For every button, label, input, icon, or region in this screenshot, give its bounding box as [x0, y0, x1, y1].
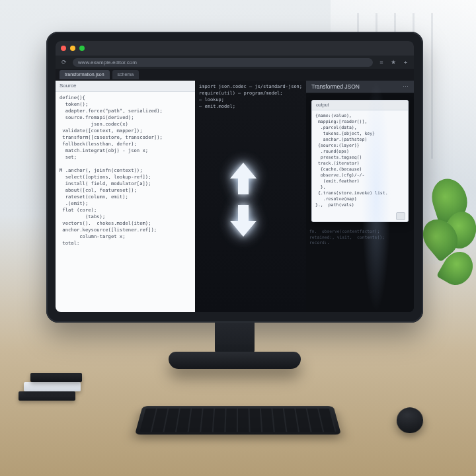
menu-icon[interactable]: ≡ [378, 59, 385, 65]
plant-decoration [416, 172, 476, 304]
star-icon[interactable]: ★ [390, 59, 397, 65]
reload-icon[interactable]: ⟳ [61, 59, 67, 65]
keyboard-decoration [135, 406, 341, 434]
window-titlebar [56, 41, 414, 56]
panel-options-icon[interactable]: ⋯ [403, 81, 409, 93]
source-code-editor[interactable]: define(){ token(); adapter.force("path",… [56, 92, 195, 312]
transformed-json-output[interactable]: {name:(value), mapping:[reader()], .parc… [312, 110, 408, 211]
books-decoration [19, 361, 91, 401]
transformed-json-panel: output {name:(value), mapping:[reader()]… [311, 100, 409, 222]
maximize-traffic-light[interactable] [79, 46, 85, 51]
source-code-pane: Source define(){ token(); adapter.force(… [56, 81, 195, 312]
output-subheader: output [312, 100, 408, 110]
minimize-traffic-light[interactable] [70, 46, 75, 51]
transformed-json-header: Transformed JSON ⋯ [306, 81, 414, 93]
transformed-json-title: Transformed JSON [311, 81, 360, 93]
monitor: ⟳ www.example-editor.com ≡ ★ ＋ transform… [46, 32, 423, 323]
tab-bar: transformation.json schema [56, 69, 414, 81]
address-bar: ⟳ www.example-editor.com ≡ ★ ＋ [56, 56, 414, 69]
close-traffic-light[interactable] [61, 46, 66, 51]
source-pane-title: Source [56, 81, 195, 92]
tab-transformation[interactable]: transformation.json [60, 70, 110, 79]
center-dark-pane: import json.codec — js/standard-json; re… [195, 81, 306, 312]
url-field[interactable]: www.example-editor.com [73, 58, 373, 67]
screen: ⟳ www.example-editor.com ≡ ★ ＋ transform… [56, 41, 414, 312]
add-icon[interactable]: ＋ [402, 59, 409, 65]
import-header-code: import json.codec — js/standard-json; re… [195, 81, 306, 112]
copy-output-button[interactable] [396, 212, 405, 220]
console-footer: fn. observe(contentfactor); retained:, v… [306, 227, 414, 249]
mouse-decoration [396, 407, 423, 433]
tab-schema[interactable]: schema [112, 70, 139, 79]
